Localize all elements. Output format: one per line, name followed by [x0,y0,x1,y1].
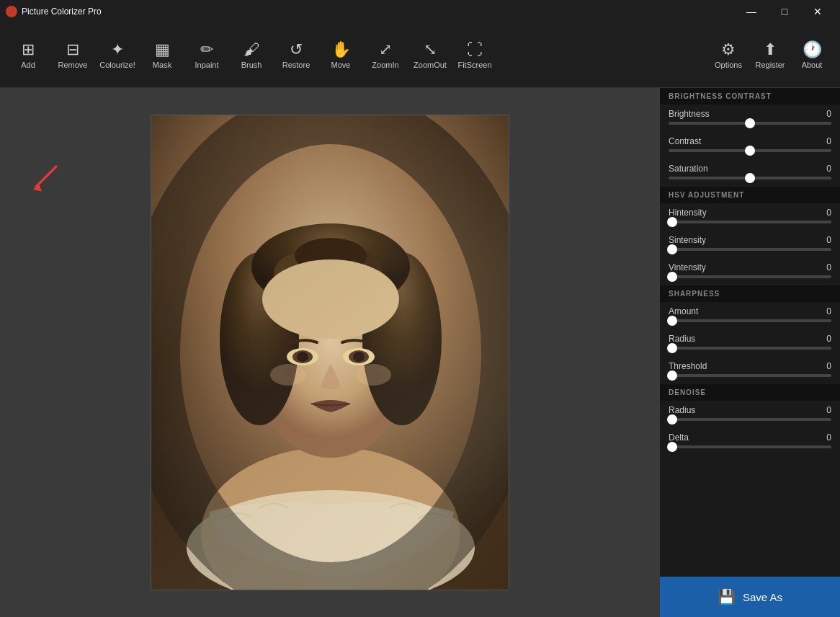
vintensity-slider-row: Vintensity 0 [660,258,840,285]
mask-icon: ▦ [155,42,170,58]
saturation-track[interactable] [669,177,831,179]
tool-register[interactable]: ⬆ Register [749,28,791,82]
radius-label: Radius [669,334,695,344]
canvas-area[interactable] [0,88,660,617]
hintensity-thumb[interactable] [667,217,677,227]
svg-point-19 [353,352,365,362]
saturation-thumb[interactable] [745,173,755,183]
tool-remove[interactable]: ⊟ Remove [52,28,94,82]
main-area: BRIGHTNESS CONTRAST Brightness 0 Contras… [0,88,840,617]
radius-slider-row: Radius 0 [660,329,840,357]
sintensity-track[interactable] [669,248,831,251]
tool-zoomout-label: ZoomOut [414,61,447,69]
radius-track[interactable] [669,347,831,350]
options-icon: ⚙ [721,42,736,58]
tool-add[interactable]: ⊞ Add [7,28,49,82]
radius-thumb[interactable] [667,343,677,353]
move-icon: ✋ [331,42,351,58]
amount-thumb[interactable] [667,316,677,326]
threshold-track[interactable] [669,374,831,377]
threshold-label: Threshold [669,361,707,371]
sintensity-thumb[interactable] [667,244,677,254]
brightness-contrast-section: BRIGHTNESS CONTRAST Brightness 0 Contras… [660,88,840,187]
register-icon: ⬆ [764,42,777,58]
tool-colourize[interactable]: ✦ Colourize! [97,28,138,82]
window-controls: — □ ✕ [735,0,834,23]
contrast-thumb[interactable] [745,146,755,156]
amount-track[interactable] [669,319,831,322]
sharpness-header: SHARPNESS [660,285,840,302]
contrast-label: Contrast [669,136,701,146]
tool-fitscreen[interactable]: ⛶ FitScreen [454,28,496,82]
toolbar: ⊞ Add ⊟ Remove ✦ Colourize! ▦ Mask ✏ Inp… [0,23,840,88]
vintensity-thumb[interactable] [667,272,677,282]
tool-move[interactable]: ✋ Move [320,28,362,82]
hintensity-slider-row: Hintensity 0 [660,203,840,231]
saturation-value: 0 [826,164,831,174]
contrast-track[interactable] [669,149,831,152]
amount-slider-row: Amount 0 [660,302,840,329]
close-button[interactable]: ✕ [801,0,834,23]
tool-zoomin[interactable]: ⤢ ZoomIn [365,28,406,82]
main-image [151,115,509,590]
brightness-track[interactable] [669,122,831,125]
tool-about[interactable]: 🕐 About [791,28,833,82]
titlebar: Picture Colorizer Pro — □ ✕ [0,0,840,23]
add-icon: ⊞ [22,42,35,58]
tool-mask-label: Mask [153,61,171,69]
brightness-label: Brightness [669,109,710,119]
tool-restore[interactable]: ↺ Restore [275,28,317,82]
sintensity-slider-row: Sintensity 0 [660,231,840,258]
brush-icon: 🖌 [243,42,259,58]
tool-zoomin-label: ZoomIn [372,61,398,69]
toolbar-right: ⚙ Options ⬆ Register 🕐 About [707,28,833,82]
delta-label: Delta [669,432,689,443]
tool-colourize-label: Colourize! [99,61,135,69]
brightness-slider-row: Brightness 0 [660,105,840,132]
tool-brush-label: Brush [241,61,262,69]
minimize-button[interactable]: — [735,0,768,23]
denoise-header: DENOISE [660,384,840,401]
denoise-radius-label: Radius [669,405,695,415]
tool-register-label: Register [756,61,785,69]
brightness-contrast-header: BRIGHTNESS CONTRAST [660,88,840,105]
app-title: Picture Colorizer Pro [22,6,735,17]
save-as-button[interactable]: 💾 Save As [660,577,840,617]
hintensity-value: 0 [826,208,831,218]
svg-point-21 [355,364,391,386]
sharpness-section: SHARPNESS Amount 0 Radius 0 [660,285,840,384]
contrast-value: 0 [826,136,831,146]
zoomout-icon: ⤡ [424,42,437,58]
colourize-icon: ✦ [111,42,124,58]
delta-track[interactable] [669,445,831,448]
hintensity-track[interactable] [669,221,831,223]
vintensity-value: 0 [826,262,831,272]
hsv-header: HSV ADJUSTMENT [660,187,840,203]
restore-icon: ↺ [290,42,303,58]
tool-inpaint-label: Inpaint [195,61,218,69]
tool-brush[interactable]: 🖌 Brush [231,28,272,82]
maximize-button[interactable]: □ [768,0,801,23]
vintensity-track[interactable] [669,275,831,278]
delta-value: 0 [826,432,831,443]
tool-inpaint[interactable]: ✏ Inpaint [186,28,228,82]
denoise-radius-thumb[interactable] [667,414,677,425]
saturation-label: Saturation [669,164,708,174]
brightness-thumb[interactable] [745,118,755,128]
svg-line-0 [36,167,56,187]
delta-slider-row: Delta 0 [660,428,840,456]
contrast-slider-row: Contrast 0 [660,132,840,159]
hintensity-label: Hintensity [669,208,707,218]
delta-thumb[interactable] [667,442,677,452]
tool-options-label: Options [715,61,742,69]
tool-options[interactable]: ⚙ Options [707,28,749,82]
tool-zoomout[interactable]: ⤡ ZoomOut [409,28,451,82]
threshold-thumb[interactable] [667,370,677,381]
amount-label: Amount [669,306,698,316]
right-panel: BRIGHTNESS CONTRAST Brightness 0 Contras… [660,88,840,617]
tool-mask[interactable]: ▦ Mask [141,28,183,82]
brightness-value: 0 [826,109,831,119]
tool-add-label: Add [21,61,35,69]
vintensity-label: Vintensity [669,262,706,272]
denoise-radius-track[interactable] [669,418,831,421]
